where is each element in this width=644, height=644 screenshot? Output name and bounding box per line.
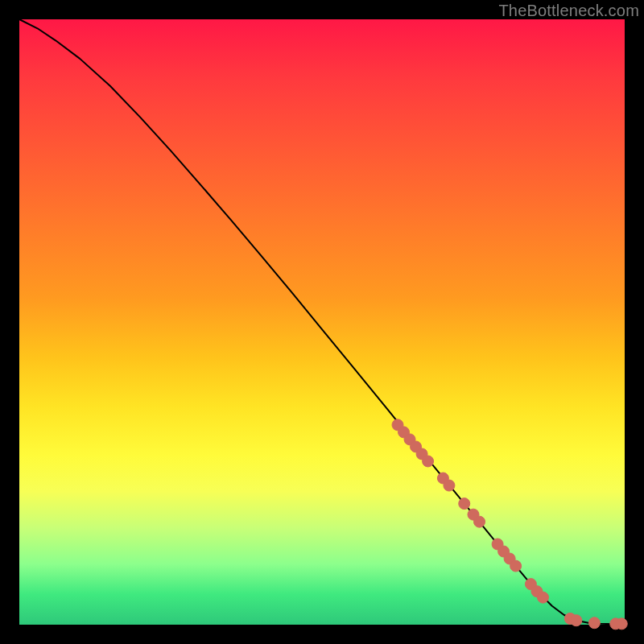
data-marker <box>423 456 434 467</box>
watermark-text: TheBottleneck.com <box>498 2 639 20</box>
data-marker <box>588 617 600 629</box>
chart-overlay <box>19 19 625 625</box>
bottleneck-curve <box>19 19 625 624</box>
data-marker <box>537 592 548 603</box>
data-marker <box>571 615 582 626</box>
data-marker <box>459 498 470 510</box>
data-marker <box>616 618 627 630</box>
data-marker <box>474 516 485 527</box>
chart-frame: TheBottleneck.com <box>0 0 644 644</box>
data-marker <box>510 560 522 572</box>
data-markers <box>392 419 627 630</box>
data-marker <box>444 480 455 491</box>
